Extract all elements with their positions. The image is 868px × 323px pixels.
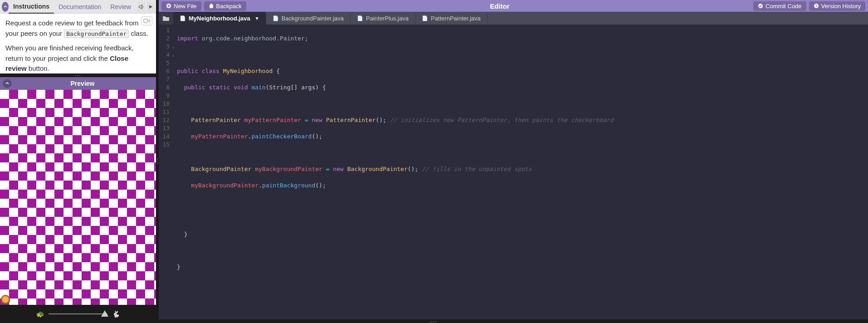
line-number: 1 <box>159 26 170 34</box>
backpack-icon <box>209 3 214 9</box>
chevron-down-icon[interactable]: ▼ <box>255 16 259 21</box>
fold-icon[interactable]: ▾ <box>172 44 174 52</box>
tts-icon[interactable] <box>141 16 152 25</box>
file-tab-label: PatternPainter.java <box>431 15 481 22</box>
editor-title: Editor <box>249 2 751 10</box>
file-icon: 📄 <box>273 15 279 21</box>
file-icon: 📄 <box>357 15 363 21</box>
right-panel: New File Backpack Editor Commit Code Ver… <box>159 0 868 323</box>
line-number: 7 <box>159 75 170 83</box>
folder-icon <box>162 15 170 21</box>
line-number: 13 <box>159 124 170 132</box>
file-tab-backgroundpainter[interactable]: 📄 BackgroundPainter.java <box>266 12 351 24</box>
svg-rect-2 <box>210 5 213 8</box>
horizontal-resize-handle[interactable]: ••• <box>0 73 156 77</box>
tab-instructions[interactable]: Instructions <box>9 0 54 14</box>
slider-thumb[interactable] <box>101 310 108 317</box>
instructions-content: Request a code review to get feedback fr… <box>0 14 156 73</box>
editor-toolbar: New File Backpack Editor Commit Code Ver… <box>159 0 868 12</box>
line-numbers: 1 2 3▾ 4▾ 5 6 7 8 9 10 11 12 13 14 15 <box>159 24 172 323</box>
clock-icon <box>814 3 819 9</box>
line-number: 8 <box>159 83 170 92</box>
folder-button[interactable] <box>159 12 173 24</box>
instructions-text-2b: button. <box>27 64 49 72</box>
left-tabs-header: Instructions Documentation Review <box>0 0 156 14</box>
line-number: 11 <box>159 108 170 116</box>
rabbit-icon: 🐇 <box>112 310 120 318</box>
history-label: Version History <box>821 3 861 10</box>
preview-title: Preview <box>12 80 153 87</box>
history-button[interactable]: Version History <box>809 1 865 11</box>
audio-icon[interactable] <box>137 1 145 12</box>
commit-button[interactable]: Commit Code <box>753 1 806 11</box>
collapse-left-icon[interactable] <box>2 2 9 12</box>
left-panel: Instructions Documentation Review Reques… <box>0 0 156 323</box>
tortoise-icon: 🐢 <box>36 310 44 318</box>
svg-rect-0 <box>144 19 147 23</box>
preview-header: Preview <box>0 77 156 90</box>
file-tab-label: BackgroundPainter.java <box>282 15 344 22</box>
file-tab-myneighborhood[interactable]: 📄 MyNeighborhood.java ▼ <box>173 12 266 24</box>
line-number: 9 <box>159 92 170 100</box>
tab-documentation[interactable]: Documentation <box>54 0 106 13</box>
line-number: 10 <box>159 100 170 108</box>
slider-track[interactable] <box>49 313 107 314</box>
file-tabs: 📄 MyNeighborhood.java ▼ 📄 BackgroundPain… <box>159 12 868 24</box>
code-content[interactable]: import org.code.neighborhood.Painter; pu… <box>172 24 868 323</box>
line-number: 2 <box>159 34 170 43</box>
preview-canvas <box>0 90 156 305</box>
code-editor[interactable]: 1 2 3▾ 4▾ 5 6 7 8 9 10 11 12 13 14 15 im… <box>159 24 868 323</box>
line-number: 15 <box>159 141 170 149</box>
line-number: 14 <box>159 132 170 141</box>
backpack-label: Backpack <box>216 3 242 10</box>
play-icon[interactable] <box>147 1 154 12</box>
plus-icon <box>166 3 171 9</box>
collapse-preview-icon[interactable] <box>3 79 12 88</box>
line-number: 6 <box>159 67 170 75</box>
file-tab-label: PainterPlus.java <box>366 15 409 22</box>
fold-icon[interactable]: ▾ <box>172 52 174 60</box>
bottom-resize-handle[interactable]: ••• <box>0 319 868 323</box>
svg-rect-3 <box>210 4 212 5</box>
check-icon <box>758 3 763 9</box>
file-icon: 📄 <box>180 15 186 21</box>
new-file-label: New File <box>174 3 197 10</box>
file-tab-label: MyNeighborhood.java <box>189 15 250 22</box>
preview-area: 🐢 🐇 <box>0 90 156 323</box>
file-icon: 📄 <box>422 15 428 21</box>
file-tab-patternpainter[interactable]: 📄 PatternPainter.java <box>415 12 488 24</box>
instructions-text-1b: class. <box>129 29 148 37</box>
line-number: 12 <box>159 116 170 124</box>
file-tab-painterplus[interactable]: 📄 PainterPlus.java <box>351 12 415 24</box>
new-file-button[interactable]: New File <box>161 1 201 11</box>
code-tag: BackgroundPainter <box>64 29 129 38</box>
tab-review[interactable]: Review <box>106 0 136 13</box>
painter-sprite <box>1 295 10 304</box>
line-number: 5 <box>159 59 170 67</box>
line-number: 3▾ <box>159 43 170 51</box>
commit-label: Commit Code <box>766 3 801 10</box>
line-number: 4▾ <box>159 51 170 59</box>
backpack-button[interactable]: Backpack <box>204 1 246 11</box>
